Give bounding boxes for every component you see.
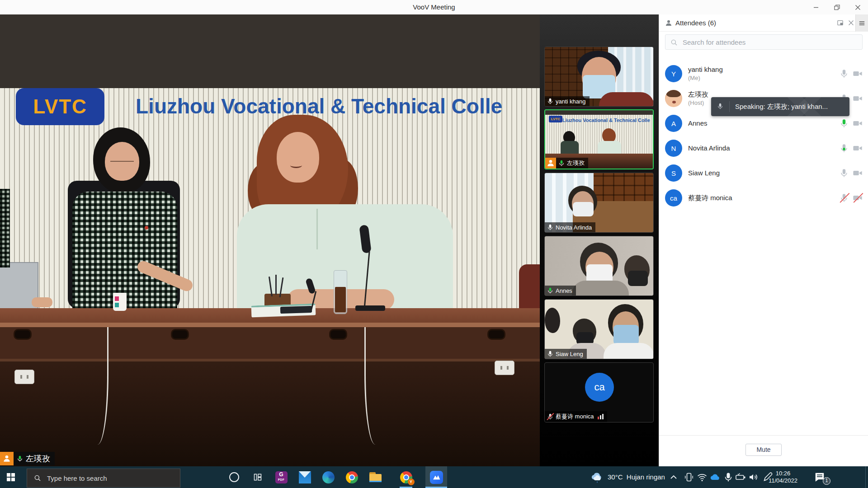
person1-body <box>572 281 629 296</box>
window-titlebar: VooV Meeting <box>0 0 868 14</box>
task-view-button[interactable] <box>247 466 269 488</box>
thumbnail-label: Annes <box>545 286 576 296</box>
mic-speaking-icon <box>558 160 565 167</box>
attendee-row[interactable]: Y yanti khang (Me) <box>659 61 868 86</box>
voov-meeting-button[interactable] <box>425 466 447 488</box>
onedrive-icon[interactable] <box>710 472 721 483</box>
mic-icon <box>547 98 554 105</box>
mic-active-icon[interactable] <box>839 143 849 153</box>
video-thumbnail-yanti-khang[interactable]: yanti khang <box>544 47 654 107</box>
taskbar-search[interactable]: Type here to search <box>27 469 180 488</box>
signal-bars-icon <box>598 414 604 419</box>
camera-icon[interactable] <box>853 94 863 103</box>
mic-icon[interactable] <box>839 168 849 178</box>
lvtc-logo: LVTC <box>16 88 104 125</box>
mini-woman1-body <box>561 141 579 154</box>
close-panel-icon[interactable] <box>847 19 855 27</box>
thumbnail-label: 蔡蔓诗 monica <box>545 411 607 422</box>
mic-speaking-icon <box>547 287 554 294</box>
file-explorer-icon <box>369 472 382 482</box>
thumbnail-name: 蔡蔓诗 monica <box>556 413 594 421</box>
video-thumbnail-zuo-yingzi[interactable]: LVTC Liuzhou Vocational & Technical Coll… <box>544 109 654 169</box>
avatar: S <box>665 164 682 182</box>
attendee-subtitle: (Me) <box>688 75 700 81</box>
mic-speaking-icon[interactable] <box>839 118 849 128</box>
weather-text[interactable]: 30°C Hujan ringan <box>608 466 665 488</box>
thumbnail-label: 左瑛孜 <box>556 158 588 169</box>
paper-cup <box>113 293 127 311</box>
taskbar: Type here to search GPDF <box>0 466 868 488</box>
attendee-name: Siaw Leng <box>688 169 720 177</box>
attendee-row[interactable]: ca 蔡蔓诗 monica <box>659 186 868 211</box>
battery-charging-icon[interactable] <box>735 472 746 483</box>
desk-grommet <box>14 329 32 340</box>
window-title: VooV Meeting <box>0 0 868 14</box>
thumbnail-name: yanti khang <box>556 98 586 105</box>
camera-icon[interactable] <box>853 69 863 79</box>
mail-button[interactable] <box>294 466 316 488</box>
weather-condition: Hujan ringan <box>627 473 665 481</box>
person-left-hand <box>32 297 52 307</box>
profile-badge: Y <box>408 479 415 485</box>
cortana-button[interactable] <box>223 466 245 488</box>
woman2-smile <box>290 163 302 168</box>
person1-mask <box>613 325 639 345</box>
task-view-icon <box>253 473 262 482</box>
attendee-search[interactable] <box>665 34 863 50</box>
avatar: ca <box>585 373 614 402</box>
start-button[interactable] <box>0 466 22 488</box>
main-video: LVTC Liuzhou Vocational & Technical Coll… <box>0 14 540 466</box>
avatar: N <box>665 140 682 157</box>
notification-center-button[interactable]: 1 <box>814 471 827 483</box>
avatar: A <box>665 115 682 132</box>
video-thumbnail-annes[interactable]: Annes <box>544 236 654 296</box>
weather-temp: 30°C <box>608 473 623 481</box>
video-thumbnail-monica[interactable]: ca 蔡蔓诗 monica <box>544 362 654 422</box>
phone-icon[interactable] <box>684 472 694 483</box>
close-button[interactable] <box>847 0 868 14</box>
weather-icon[interactable] <box>590 470 604 484</box>
wifi-icon[interactable] <box>697 472 708 483</box>
thumbnail-label: yanti khang <box>545 96 590 106</box>
chrome-button[interactable] <box>341 466 363 488</box>
minimize-button[interactable] <box>806 0 826 14</box>
cortana-icon <box>229 472 239 482</box>
restore-button[interactable] <box>826 0 847 14</box>
mic-icon <box>547 350 554 357</box>
avatar: Y <box>665 65 682 82</box>
search-input[interactable] <box>682 35 858 49</box>
chrome-profile-button[interactable]: Y <box>395 466 417 488</box>
edge-button[interactable] <box>317 466 339 488</box>
search-icon <box>33 474 42 482</box>
tray-microphone-icon[interactable] <box>723 472 734 483</box>
chevron-up-icon[interactable] <box>668 472 679 483</box>
volume-icon[interactable] <box>748 472 759 483</box>
foxit-pdf-button[interactable]: GPDF <box>270 466 292 488</box>
camera-off-icon[interactable] <box>853 193 863 203</box>
panel-menu-icon[interactable] <box>855 14 868 32</box>
taskbar-clock[interactable]: 10:26 11/04/2022 <box>764 470 802 484</box>
clock-date: 11/04/2022 <box>764 477 802 484</box>
attendee-row[interactable]: S Siaw Leng <box>659 161 868 186</box>
mic-muted-icon[interactable] <box>839 193 849 203</box>
mute-button[interactable]: Mute <box>745 444 782 456</box>
smartphone <box>280 306 312 314</box>
chrome-icon: Y <box>400 471 412 483</box>
thumbnail-label: Novita Arlinda <box>545 222 595 232</box>
desk-edge <box>0 323 540 327</box>
camera-icon[interactable] <box>853 118 863 128</box>
show-desktop-button[interactable] <box>865 466 868 488</box>
watermark <box>777 97 831 116</box>
mic-icon[interactable] <box>839 69 849 79</box>
woman1-body <box>72 192 177 309</box>
video-thumbnail-siaw-leng[interactable]: Siaw Leng <box>544 299 654 359</box>
attendee-row[interactable]: N Novita Arlinda <box>659 136 868 161</box>
video-thumbnail-novita-arlinda[interactable]: Novita Arlinda <box>544 173 654 233</box>
camera-icon[interactable] <box>853 168 863 178</box>
speaker-name-label: 左瑛孜 <box>0 452 55 465</box>
popout-icon[interactable] <box>836 19 844 27</box>
taskbar-search-placeholder: Type here to search <box>47 474 107 482</box>
file-explorer-button[interactable] <box>364 466 386 488</box>
person2-mask <box>628 271 648 286</box>
camera-icon[interactable] <box>853 143 863 153</box>
